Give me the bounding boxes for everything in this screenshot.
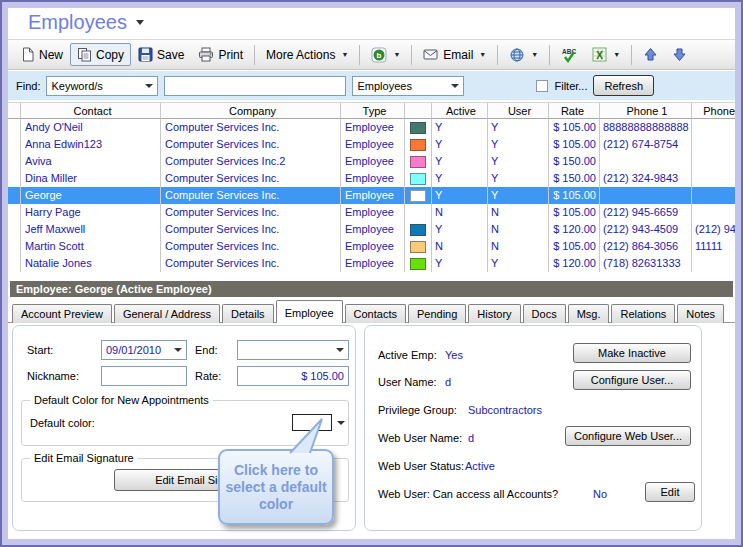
cell-sel (8, 136, 21, 153)
cell-type: Employee (341, 119, 405, 136)
selector-column-header (8, 102, 21, 119)
tab-contacts[interactable]: Contacts (345, 304, 406, 323)
user-name-label: User Name: (378, 376, 437, 388)
cell-rate: $ 105.00 (549, 187, 600, 204)
web-button[interactable]: ▼ (502, 43, 545, 67)
table-row[interactable]: Dina MillerComputer Services Inc.Employe… (8, 170, 735, 187)
tab-general-address[interactable]: General / Address (114, 304, 220, 323)
find-label: Find: (16, 80, 40, 92)
column-header-color[interactable] (405, 102, 432, 119)
move-down-button[interactable] (665, 43, 694, 66)
new-button[interactable]: New (14, 43, 70, 66)
column-header-rate[interactable]: Rate (549, 102, 600, 119)
cell-active: Y (432, 136, 488, 153)
tab-pending[interactable]: Pending (408, 304, 466, 323)
cell-contact: Harry Page (21, 204, 161, 221)
configure-web-user-button[interactable]: Configure Web User... (565, 426, 691, 446)
tab-relations[interactable]: Relations (611, 304, 675, 323)
table-row[interactable]: GeorgeComputer Services Inc.EmployeeYY$ … (8, 187, 735, 204)
cell-active: Y (432, 221, 488, 238)
column-header-company[interactable]: Company (161, 102, 341, 119)
table-row[interactable]: Andy O'NeilComputer Services Inc.Employe… (8, 119, 735, 136)
tab-employee[interactable]: Employee (276, 300, 343, 323)
copy-button[interactable]: Copy (70, 43, 131, 66)
print-button[interactable]: Print (191, 43, 250, 66)
save-button[interactable]: Save (131, 43, 191, 66)
title-dropdown-icon[interactable] (136, 20, 144, 25)
cell-swatch (405, 187, 432, 204)
cell-rate: $ 150.00 (549, 153, 600, 170)
start-date-dropdown[interactable]: 09/01/2010 (101, 340, 187, 360)
table-row[interactable]: AvivaComputer Services Inc.2EmployeeYY$ … (8, 153, 735, 170)
search-input[interactable] (164, 76, 346, 96)
cell-contact: Natalie Jones (21, 255, 161, 272)
cell-company: Computer Services Inc. (161, 170, 341, 187)
web-user-name-value: d (468, 432, 474, 444)
filter-checkbox[interactable] (536, 80, 548, 92)
table-row[interactable]: Anna Edwin123Computer Services Inc.Emplo… (8, 136, 735, 153)
end-date-dropdown[interactable] (237, 340, 349, 360)
rate-input[interactable] (237, 366, 349, 386)
tab-notes[interactable]: Notes (677, 304, 724, 323)
tab-details[interactable]: Details (222, 304, 274, 323)
cell-phone1: (212) 324-9843 (600, 170, 692, 187)
cell-user: Y (488, 119, 549, 136)
keyword-dropdown[interactable]: Keyword/s (46, 76, 158, 96)
cell-rate: $ 150.00 (549, 170, 600, 187)
more-actions-button[interactable]: More Actions ▼ (259, 44, 355, 66)
chevron-down-icon: ▼ (479, 51, 486, 58)
cell-sel (8, 119, 21, 136)
entity-dropdown[interactable]: Employees (352, 76, 464, 96)
cell-phone2 (692, 136, 735, 153)
cell-user: Y (488, 187, 549, 204)
appointment-color-swatch (410, 173, 426, 185)
toolbar-separator (359, 45, 360, 65)
tab-account-preview[interactable]: Account Preview (12, 304, 112, 323)
quickbooks-button[interactable]: b ▼ (364, 43, 407, 67)
column-header-user[interactable]: User (488, 102, 549, 119)
refresh-button[interactable]: Refresh (593, 75, 654, 96)
cell-active: N (432, 204, 488, 221)
quickbooks-icon: b (371, 47, 387, 63)
cell-phone2 (692, 187, 735, 204)
table-row[interactable]: Martin ScottComputer Services Inc.Employ… (8, 238, 735, 255)
column-header-phone1[interactable]: Phone 1 (600, 102, 692, 119)
column-header-active[interactable]: Active (432, 102, 488, 119)
cell-contact: Jeff Maxwell (21, 221, 161, 238)
column-header-phone2[interactable]: Phone (692, 102, 735, 119)
move-up-button[interactable] (636, 43, 665, 66)
cell-sel (8, 221, 21, 238)
privilege-group-label: Privilege Group: (378, 404, 457, 416)
column-header-contact[interactable]: Contact (21, 102, 161, 119)
tooltip-tail (280, 416, 328, 454)
rate-label: Rate: (195, 370, 221, 382)
cell-company: Computer Services Inc.2 (161, 153, 341, 170)
make-inactive-button[interactable]: Make Inactive (573, 343, 691, 363)
cell-company: Computer Services Inc. (161, 119, 341, 136)
email-button[interactable]: Email ▼ (416, 44, 493, 66)
cell-swatch (405, 255, 432, 272)
tab-msg[interactable]: Msg. (568, 304, 610, 323)
web-user-status-label: Web User Status: (378, 460, 464, 472)
table-header-row: Contact Company Type Active User Rate Ph… (8, 102, 735, 119)
appointment-color-swatch (410, 139, 426, 151)
spellcheck-button[interactable]: ABC (554, 43, 585, 67)
cell-phone1: (212) 945-6659 (600, 204, 692, 221)
table-row[interactable]: Harry PageComputer Services Inc.Employee… (8, 204, 735, 221)
toolbar-separator (549, 45, 550, 65)
cell-phone2: 11111 (692, 238, 735, 255)
web-user-status-value: Active (465, 460, 495, 472)
edit-web-access-button[interactable]: Edit (645, 482, 695, 502)
tab-history[interactable]: History (468, 304, 520, 323)
nickname-input[interactable] (101, 366, 187, 386)
table-row[interactable]: Jeff MaxwellComputer Services Inc.Employ… (8, 221, 735, 238)
active-emp-label: Active Emp: (378, 349, 437, 361)
tab-docs[interactable]: Docs (523, 304, 566, 323)
column-header-type[interactable]: Type (341, 102, 405, 119)
nickname-label: Nickname: (27, 370, 79, 382)
excel-export-button[interactable]: X ▼ (585, 43, 627, 66)
new-label: New (39, 48, 63, 62)
table-row[interactable]: Natalie JonesComputer Services Inc.Emplo… (8, 255, 735, 272)
configure-user-button[interactable]: Configure User... (573, 370, 691, 390)
chevron-down-icon: ▼ (393, 51, 400, 58)
